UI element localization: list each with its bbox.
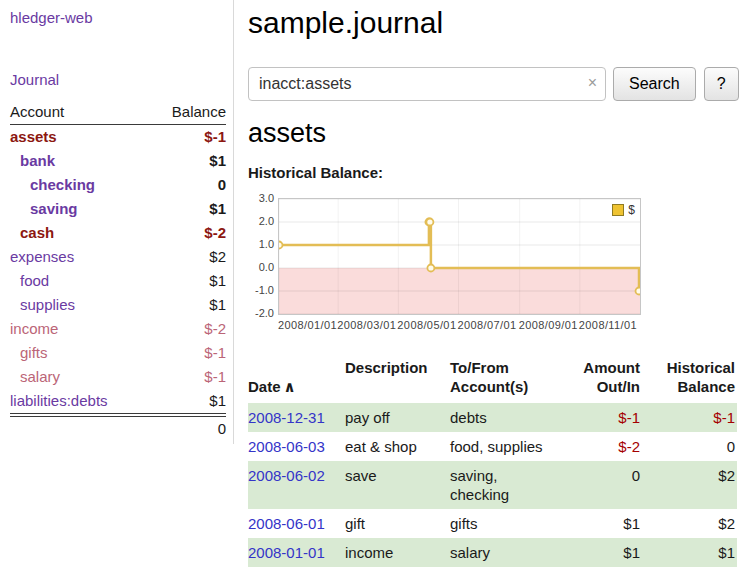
total-row: 0 — [10, 415, 226, 441]
balance-column-header: Historical Balance — [640, 358, 737, 403]
account-name-cell: cash — [10, 221, 149, 245]
transaction-description: pay off — [345, 403, 450, 432]
transaction-accounts: food, supplies — [450, 432, 578, 461]
chart-x-axis-labels: 2008/01/012008/03/012008/05/012008/07/01… — [278, 319, 641, 333]
register-table-body: 2008-12-31pay offdebts$-1$-12008-06-03ea… — [248, 403, 737, 567]
transaction-amount: $1 — [578, 538, 640, 567]
transaction-date-link[interactable]: 2008-06-02 — [248, 467, 325, 484]
amount-column-header: Amount Out/In — [578, 358, 640, 403]
search-button[interactable]: Search — [613, 67, 696, 101]
account-balance: $1 — [149, 269, 226, 293]
account-link[interactable]: income — [10, 317, 149, 341]
transaction-date-cell: 2008-01-01 — [248, 538, 345, 567]
transaction-balance: $-1 — [640, 403, 737, 432]
chart-svg — [279, 199, 640, 314]
transaction-date-link[interactable]: 2008-06-01 — [248, 515, 325, 532]
account-name-cell: supplies — [10, 293, 149, 317]
search-input-wrapper: × — [248, 67, 606, 101]
x-axis-tick-label: 2008/05/01 — [397, 319, 456, 331]
clear-search-icon[interactable]: × — [588, 75, 597, 91]
transaction-balance: $2 — [640, 461, 737, 509]
transaction-accounts: saving, checking — [450, 461, 578, 509]
account-row: expenses$2 — [10, 245, 226, 269]
account-column-header: Account — [10, 103, 149, 125]
transaction-balance: 0 — [640, 432, 737, 461]
main-content: sample.journal × Search ? assets Histori… — [248, 0, 742, 567]
transaction-date-cell: 2008-06-01 — [248, 509, 345, 538]
transaction-accounts: debts — [450, 403, 578, 432]
search-input[interactable] — [248, 67, 606, 101]
y-axis-tick-label: -2.0 — [255, 307, 274, 319]
y-axis-tick-label: -1.0 — [255, 284, 274, 296]
account-row: checking0 — [10, 173, 226, 197]
sort-ascending-icon: ∧ — [284, 378, 296, 395]
help-button[interactable]: ? — [704, 67, 739, 101]
transaction-date-cell: 2008-06-02 — [248, 461, 345, 509]
description-column-header: Description — [345, 358, 450, 403]
balance-chart: 3.02.01.00.0-1.0-2.0 $ 2008/01/012008/03… — [248, 190, 648, 334]
transaction-description: gift — [345, 509, 450, 538]
account-table-body: assets$-1bank$1checking0saving$1cash$-2e… — [10, 125, 226, 416]
chart-y-axis-labels: 3.02.01.00.0-1.0-2.0 — [248, 190, 274, 334]
account-name-cell: bank — [10, 149, 149, 173]
account-balance: $1 — [149, 149, 226, 173]
transaction-date-link[interactable]: 2008-06-03 — [248, 438, 325, 455]
register-row: 2008-06-03eat & shopfood, supplies$-20 — [248, 432, 737, 461]
balance-column-header: Balance — [149, 103, 226, 125]
account-row: liabilities:debts$1 — [10, 389, 226, 415]
account-row: bank$1 — [10, 149, 226, 173]
transaction-balance: $1 — [640, 538, 737, 567]
register-table: Date∧ Description To/From Account(s) Amo… — [248, 358, 737, 567]
chart-legend: $ — [612, 203, 635, 217]
account-link[interactable]: liabilities:debts — [10, 389, 149, 413]
account-link[interactable]: cash — [10, 221, 149, 245]
transaction-accounts: salary — [450, 538, 578, 567]
account-link[interactable]: food — [10, 269, 149, 293]
journal-link[interactable]: Journal — [10, 71, 226, 88]
account-link[interactable]: gifts — [10, 341, 149, 365]
account-name-cell: food — [10, 269, 149, 293]
account-link[interactable]: checking — [10, 173, 149, 197]
account-balance: 0 — [149, 173, 226, 197]
transaction-balance: $2 — [640, 509, 737, 538]
account-balance: $1 — [149, 293, 226, 317]
transaction-date-cell: 2008-12-31 — [248, 403, 345, 432]
x-axis-tick-label: 2008/01/01 — [278, 319, 337, 331]
x-axis-tick-label: 2008/09/01 — [519, 319, 578, 331]
y-axis-tick-label: 3.0 — [259, 192, 274, 204]
account-name-cell: income — [10, 317, 149, 341]
account-name-cell: liabilities:debts — [10, 389, 149, 415]
account-balance: $1 — [149, 389, 226, 415]
account-name-cell: saving — [10, 197, 149, 221]
account-name-cell: expenses — [10, 245, 149, 269]
y-axis-tick-label: 0.0 — [259, 261, 274, 273]
transaction-date-link[interactable]: 2008-12-31 — [248, 409, 325, 426]
transaction-accounts: gifts — [450, 509, 578, 538]
y-axis-tick-label: 2.0 — [259, 215, 274, 227]
transaction-description: income — [345, 538, 450, 567]
legend-swatch-icon — [612, 204, 624, 216]
account-link[interactable]: salary — [10, 365, 149, 389]
account-link[interactable]: supplies — [10, 293, 149, 317]
transaction-date-link[interactable]: 2008-01-01 — [248, 544, 325, 561]
register-row: 2008-12-31pay offdebts$-1$-1 — [248, 403, 737, 432]
account-heading: assets — [248, 118, 742, 149]
x-axis-tick-label: 2008/11/01 — [579, 319, 637, 331]
account-link[interactable]: expenses — [10, 245, 149, 269]
account-balance: $-2 — [149, 221, 226, 245]
account-link[interactable]: assets — [10, 125, 149, 149]
transaction-description: eat & shop — [345, 432, 450, 461]
accounts-column-header: To/From Account(s) — [450, 358, 578, 403]
account-table-header: Account Balance — [10, 103, 226, 125]
app-title-link[interactable]: hledger-web — [10, 9, 226, 26]
account-row: income$-2 — [10, 317, 226, 341]
date-column-header[interactable]: Date∧ — [248, 358, 345, 403]
account-link[interactable]: saving — [10, 197, 149, 221]
date-header-label: Date — [248, 378, 281, 395]
transaction-amount: $1 — [578, 509, 640, 538]
account-row: salary$-1 — [10, 365, 226, 389]
register-row: 2008-06-02savesaving, checking0$2 — [248, 461, 737, 509]
account-link[interactable]: bank — [10, 149, 149, 173]
total-spacer — [10, 415, 149, 441]
transaction-amount: $-2 — [578, 432, 640, 461]
